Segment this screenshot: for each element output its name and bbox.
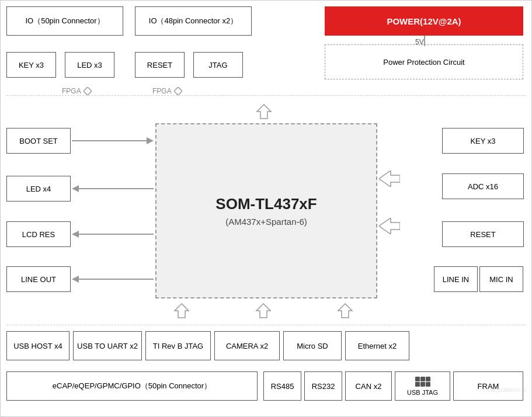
key-x3-right-box: KEY x3 — [442, 128, 524, 154]
som-title: SOM-TL437xF — [215, 195, 317, 213]
jtag-top-label: JTAG — [208, 61, 227, 70]
ethernet-box: Ethernet x2 — [345, 331, 409, 360]
led-x3-box: LED x3 — [65, 52, 114, 78]
key-x3-right-label: KEY x3 — [470, 137, 495, 145]
lcd-arrow — [72, 230, 154, 238]
led-x4-label: LED x4 — [26, 185, 51, 193]
lineout-arrow — [72, 275, 154, 283]
usb-uart-box: USB TO UART x2 — [73, 331, 142, 360]
up-arrow-som — [255, 103, 273, 120]
boot-set-label: BOOT SET — [19, 137, 58, 145]
line-in-box: LINE IN — [434, 266, 478, 292]
lcd-res-label: LCD RES — [22, 230, 55, 239]
svg-marker-4 — [72, 185, 79, 192]
boot-set-box: BOOT SET — [6, 128, 71, 154]
power-vline — [424, 36, 425, 46]
rs232-label: RS232 — [312, 382, 335, 391]
key-x3-top-label: KEY x3 — [19, 61, 44, 70]
ecap-label: eCAP/eQEP/GPMC/GPIO（50pin Connector） — [53, 381, 211, 391]
io-48pin-label: IO（48pin Connector x2） — [149, 16, 238, 26]
som-box: SOM-TL437xF (AM437x+Spartan-6) — [155, 123, 377, 298]
separator-line-bottom — [6, 325, 526, 326]
io-48pin-box: IO（48pin Connector x2） — [135, 6, 252, 36]
watermark: manipulatron.ai — [486, 387, 526, 393]
power-box: POWER(12V@2A) — [325, 6, 523, 36]
svg-marker-11 — [338, 304, 352, 318]
usb-uart-label: USB TO UART x2 — [77, 342, 138, 350]
camera-box: CAMERA x2 — [214, 331, 280, 360]
fram-box: FRAM — [453, 371, 523, 401]
bottom-arrow-right — [336, 302, 354, 319]
reset-right-box: RESET — [442, 221, 524, 247]
mic-in-label: MIC IN — [489, 275, 513, 284]
line-in-label: LINE IN — [443, 275, 470, 284]
adc-x16-label: ADC x16 — [468, 182, 498, 191]
svg-marker-8 — [379, 218, 400, 234]
svg-marker-9 — [175, 304, 189, 318]
camera-label: CAMERA x2 — [226, 342, 268, 350]
io-50pin-box: IO（50pin Connector） — [6, 6, 123, 36]
five-v-label: 5V — [415, 38, 424, 46]
fpga2-label: FPGA — [152, 87, 182, 95]
bootset-arrow — [72, 137, 154, 145]
ti-rev-b-label: TI Rev B JTAG — [153, 342, 203, 350]
svg-marker-2 — [257, 105, 271, 119]
jtag-top-box: JTAG — [193, 52, 243, 78]
power-label: POWER(12V@2A) — [387, 16, 461, 26]
svg-marker-10 — [256, 304, 270, 318]
rs485-label: RS485 — [271, 382, 294, 391]
ti-rev-b-box: TI Rev B JTAG — [145, 331, 211, 360]
separator-line-top — [6, 95, 526, 96]
adc-x16-box: ADC x16 — [442, 173, 524, 199]
io-50pin-label: IO（50pin Connector） — [25, 16, 104, 26]
ecap-box: eCAP/eQEP/GPMC/GPIO（50pin Connector） — [6, 371, 258, 401]
usb-jtag-box: USB JTAG — [395, 371, 450, 401]
power-protection-box: Power Protection Circuit — [325, 44, 523, 79]
ethernet-label: Ethernet x2 — [358, 342, 397, 350]
diagram-container: IO（50pin Connector） IO（48pin Connector x… — [0, 0, 532, 417]
key-x3-top-box: KEY x3 — [6, 52, 56, 78]
reset-top-box: RESET — [135, 52, 185, 78]
bottom-arrow-mid — [255, 302, 272, 319]
right-big-arrow — [379, 170, 437, 187]
led-arrow — [72, 185, 154, 193]
usb-jtag-label: USB JTAG — [407, 389, 438, 396]
led-x3-label: LED x3 — [77, 61, 102, 70]
svg-marker-0 — [84, 87, 92, 95]
can-x2-label: CAN x2 — [356, 382, 382, 391]
svg-marker-1 — [174, 87, 182, 95]
mic-in-box: MIC IN — [479, 266, 523, 292]
svg-marker-5 — [72, 231, 79, 238]
usb-host-label: USB HOST x4 — [13, 342, 62, 350]
power-protection-label: Power Protection Circuit — [383, 58, 464, 67]
micro-sd-label: Micro SD — [297, 342, 328, 350]
line-out-label: LINE OUT — [21, 275, 56, 284]
usb-host-box: USB HOST x4 — [6, 331, 69, 360]
reset-right-label: RESET — [470, 230, 495, 239]
som-subtitle: (AM437x+Spartan-6) — [225, 217, 307, 227]
fpga1-label: FPGA — [62, 87, 92, 95]
led-x4-box: LED x4 — [6, 176, 71, 201]
svg-marker-3 — [147, 137, 154, 144]
right-arrow-2 — [379, 218, 437, 234]
rs485-box: RS485 — [263, 371, 301, 401]
svg-marker-7 — [379, 171, 400, 187]
micro-sd-box: Micro SD — [283, 331, 342, 360]
rs232-box: RS232 — [304, 371, 342, 401]
bottom-arrow-left — [173, 302, 190, 319]
lcd-res-box: LCD RES — [6, 221, 71, 247]
reset-top-label: RESET — [147, 61, 172, 70]
line-out-box: LINE OUT — [6, 266, 71, 292]
can-x2-box: CAN x2 — [345, 371, 392, 401]
svg-marker-6 — [72, 276, 79, 283]
